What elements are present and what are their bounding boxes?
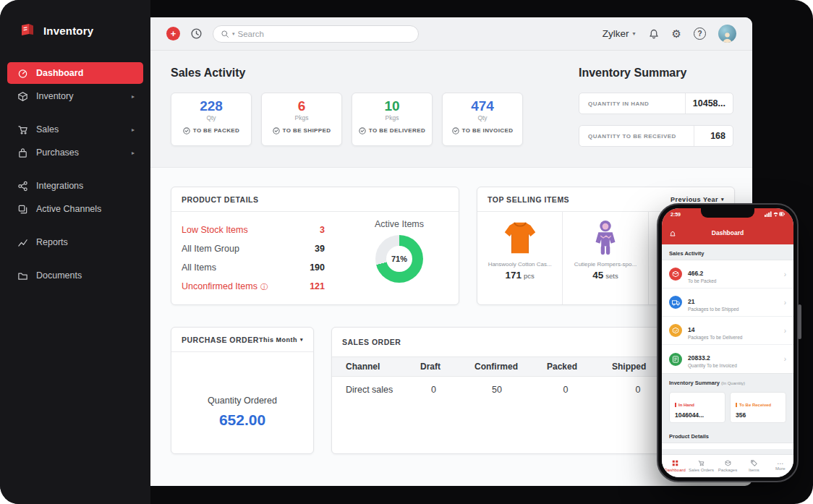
quantity-in-hand-row: QUANTITY IN HAND 10458... [579, 93, 733, 114]
notifications-button[interactable] [648, 28, 660, 40]
sidebar-item-inventory[interactable]: Inventory ▸ [7, 85, 143, 107]
metric-label: TO BE INVOICED [443, 127, 522, 134]
sidebar-item-sales[interactable]: Sales ▸ [7, 119, 143, 140]
cell-draft: 0 [406, 385, 461, 395]
period-filter[interactable]: This Month ▾ [259, 336, 303, 343]
period-filter[interactable]: Previous Year ▾ [671, 196, 724, 203]
all-items-row[interactable]: All Items190 [182, 258, 325, 277]
metric-unit: Qty [171, 114, 251, 121]
check-circle-icon [359, 127, 366, 134]
dashboard-icon [17, 68, 28, 79]
sidebar-item-purchases[interactable]: Purchases ▸ [7, 142, 143, 163]
column-header: Packed [533, 362, 598, 372]
phone-bell-icon[interactable] [669, 228, 676, 241]
phone-tab-packages[interactable]: Packages [715, 455, 741, 477]
to-be-shipped-card[interactable]: 6 Pkgs TO BE SHIPPED [261, 93, 342, 146]
summary-label: In Hand [675, 403, 694, 407]
caret-down-icon: ▾ [300, 337, 303, 343]
top-selling-item[interactable]: Cutiepie Rompers-spo... 45sets [563, 212, 648, 304]
unconfirmed-items-row[interactable]: Unconfirmed Itemsⓘ 121 [182, 277, 325, 296]
metric-value: 652.00 [171, 411, 313, 429]
card-title: PRODUCT DETAILS [182, 195, 258, 204]
org-name: Zylker [603, 28, 629, 39]
question-icon: ? [697, 30, 702, 38]
phone-nav-bar: Dashboard [662, 224, 793, 242]
recent-history-button[interactable] [190, 27, 203, 40]
summary-label: QUANTITY TO BE RECEIVED [588, 133, 676, 140]
phone-list-item[interactable]: 20833.2Quantity To be Invoiced › [662, 345, 793, 373]
info-icon[interactable]: ⓘ [260, 283, 268, 291]
search-input[interactable] [238, 30, 411, 38]
plus-icon: + [171, 28, 176, 39]
app-title: Inventory [43, 25, 93, 37]
sweater-product-image [499, 218, 541, 257]
sidebar-menu: Dashboard Inventory ▸ Sales ▸ Purchases … [0, 62, 150, 286]
phone-side-button [798, 304, 801, 339]
phone-mockup: 2:59 Dashboard Sales Activity [657, 203, 799, 482]
top-selling-item[interactable]: Hanswooly Cotton Cas... 171pcs [477, 212, 563, 304]
sidebar-item-label: Purchases [36, 148, 79, 158]
romper-product-image [584, 218, 626, 257]
sidebar-item-label: Inventory [36, 91, 73, 101]
to-be-invoiced-card[interactable]: 474 Qty TO BE INVOICED [442, 93, 523, 146]
sidebar-item-integrations[interactable]: Integrations [7, 175, 143, 197]
metric-unit: Pkgs [262, 114, 341, 121]
to-be-received-card[interactable]: To Be Received 356 [730, 392, 786, 423]
chevron-right-icon: › [784, 355, 786, 363]
card-header: PURCHASE ORDER This Month ▾ [171, 328, 313, 352]
sales-activity-title: Sales Activity [171, 67, 245, 80]
phone-tab-more[interactable]: ⋯ More [767, 455, 793, 477]
phone-tab-items[interactable]: Items [741, 455, 767, 477]
sidebar-item-label: Documents [36, 270, 82, 281]
help-button[interactable]: ? [694, 27, 706, 40]
bag-icon [17, 148, 28, 158]
avatar[interactable] [718, 25, 736, 43]
low-stock-items-row[interactable]: Low Stock Items3 [182, 221, 325, 239]
card-title: PURCHASE ORDER [182, 336, 259, 344]
settings-button[interactable]: ⚙ [672, 28, 681, 39]
add-button[interactable]: + [166, 27, 180, 40]
phone-list-item[interactable]: 466.2To be Packed › [662, 260, 793, 289]
phone-list-item[interactable]: 21Packages to be Shipped › [662, 289, 793, 317]
product-name: Hanswooly Cotton Cas... [477, 261, 562, 268]
chevron-right-icon: › [784, 327, 786, 335]
summary-label: QUANTITY IN HAND [588, 101, 649, 107]
package-icon [725, 460, 731, 466]
search-box[interactable]: ▾ [213, 25, 419, 43]
product-name: Cutiepie Rompers-spo... [563, 261, 647, 268]
phone-list-item[interactable]: 14Packages To be Delivered › [662, 317, 793, 345]
phone-page-title: Dashboard [712, 229, 744, 236]
quantity-to-be-received-row: QUANTITY TO BE RECEIVED 168 [579, 125, 733, 147]
metric-unit: Pkgs [352, 114, 432, 121]
all-item-group-row[interactable]: All Item Group39 [182, 239, 325, 258]
phone-tab-bar: Dashboard Sales Orders Packages Items ⋯ … [662, 454, 793, 477]
grid-icon [672, 460, 678, 466]
delivered-icon [669, 324, 682, 337]
phone-tab-sales-orders[interactable]: Sales Orders [688, 455, 714, 477]
to-be-delivered-card[interactable]: 10 Pkgs TO BE DELIVERED [352, 93, 433, 146]
folder-icon [17, 270, 28, 281]
sidebar-item-documents[interactable]: Documents [7, 265, 143, 286]
active-items-donut: 71% [375, 235, 423, 283]
sidebar-item-active-channels[interactable]: Active Channels [7, 198, 143, 220]
product-details-list: Low Stock Items3 All Item Group39 All It… [182, 221, 325, 296]
phone-tab-dashboard[interactable]: Dashboard [662, 455, 688, 477]
check-circle-icon [452, 127, 459, 134]
sidebar-item-reports[interactable]: Reports [7, 231, 143, 253]
metric-unit: Qty [443, 114, 522, 121]
sidebar: Inventory Dashboard Inventory ▸ Sales ▸ … [0, 0, 150, 504]
status-icons [765, 211, 785, 217]
inventory-summary-title: Inventory Summary [579, 67, 686, 80]
metric-value: 6 [262, 99, 341, 114]
org-switcher[interactable]: Zylker ▾ [603, 28, 636, 39]
search-scope-caret-icon[interactable]: ▾ [232, 31, 235, 37]
sidebar-item-dashboard[interactable]: Dashboard [7, 62, 143, 84]
caret-right-icon: ▸ [132, 150, 135, 156]
phone-screen: 2:59 Dashboard Sales Activity [662, 208, 793, 477]
phone-activity-list: 466.2To be Packed › 21Packages to be Shi… [662, 260, 793, 374]
topbar: + ▾ Zylker ▾ ⚙ ? [150, 17, 752, 51]
in-hand-card[interactable]: In Hand 1046044... [669, 392, 725, 423]
cell-confirmed: 50 [461, 385, 533, 395]
to-be-packed-card[interactable]: 228 Qty TO BE PACKED [171, 93, 252, 146]
card-title: TOP SELLING ITEMS [488, 195, 569, 204]
